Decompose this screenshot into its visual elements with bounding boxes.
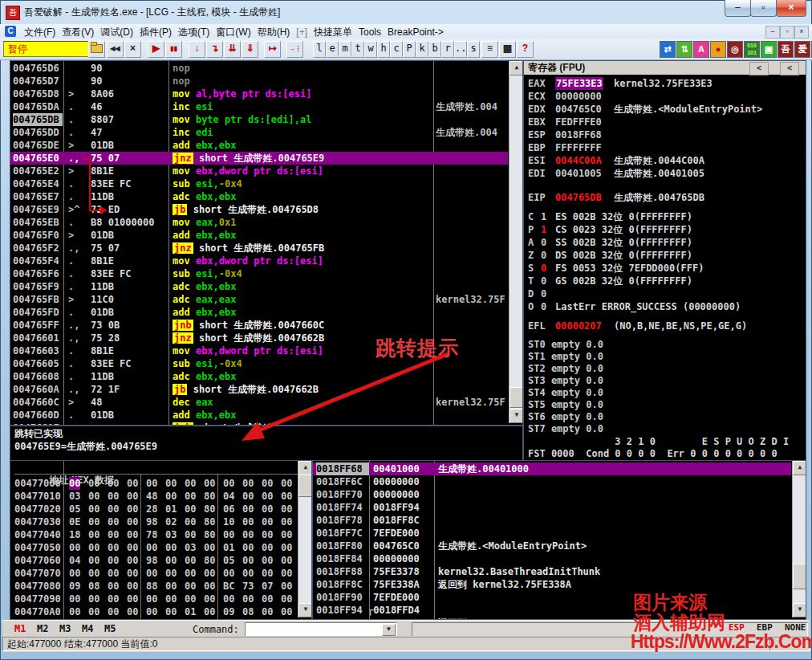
- updown-icon[interactable]: ⇅: [676, 41, 692, 58]
- registers-prev-button[interactable]: <: [749, 62, 769, 75]
- ascii-a-icon[interactable]: A: [693, 41, 709, 58]
- target-icon[interactable]: ◎: [727, 41, 743, 58]
- stack-pane[interactable]: 0018FF6800401000生成带姓.004010000018FF6C000…: [312, 460, 806, 620]
- record-icon[interactable]: ●: [710, 41, 726, 58]
- register-row-esi[interactable]: ESI0044C00A生成带姓.0044C00A: [524, 154, 789, 167]
- stack-row[interactable]: 0018FF6800401000生成带姓.00401000: [313, 462, 791, 475]
- stack-row[interactable]: 0018FF8400000000: [313, 552, 791, 565]
- open-file-icon[interactable]: [88, 41, 105, 58]
- dump-row[interactable]: 00477040180000007803008000000000: [10, 528, 298, 541]
- pause-icon[interactable]: ▮▮: [165, 41, 182, 58]
- stack-row[interactable]: 0018FF780018FF8C: [313, 514, 791, 527]
- flag-row-c[interactable]: C 1ES 002B 32位 0(FFFFFFFF): [524, 210, 789, 223]
- fpu-row-st3[interactable]: ST3 empty 0.0: [528, 374, 603, 387]
- dump-row[interactable]: 00477060040000009800008005000000: [10, 554, 298, 567]
- mdi-restore-button[interactable]: ▫: [780, 26, 794, 39]
- letter-button-k[interactable]: k: [416, 41, 428, 58]
- dump-row[interactable]: 004770800908000088000000BC730700: [10, 580, 298, 593]
- step-over-icon[interactable]: ↴: [206, 41, 223, 58]
- fpu-row-st2[interactable]: ST2 empty 0.0: [528, 362, 603, 375]
- dump-row[interactable]: 00477020050000002801008006000000: [10, 503, 298, 515]
- menu-item-breakpoint[interactable]: BreakPoint->: [384, 26, 447, 39]
- register-row-esp[interactable]: ESP0018FF68: [524, 128, 789, 141]
- restore-button[interactable]: ▫: [750, 0, 777, 17]
- register-row-ebx[interactable]: EBXFEDFFFE0: [524, 116, 789, 128]
- dump-row[interactable]: 00477070000000000000000000000000: [10, 567, 298, 580]
- dump-row[interactable]: 00477010030000004800008004000000: [10, 490, 298, 503]
- stack-row[interactable]: 0018FF8875FE3378kernel32.BaseThreadInitT…: [313, 565, 791, 578]
- fpu-row-st4[interactable]: ST4 empty 0.0: [528, 386, 603, 399]
- exec-till-return-icon[interactable]: ↦: [264, 41, 281, 58]
- trace-over-icon[interactable]: ⇓: [242, 41, 258, 58]
- windows-icon[interactable]: ▦: [499, 41, 516, 58]
- efl-row[interactable]: EFL00000207(NO,B,NE,BE,NS,PE,GE,G): [524, 320, 797, 332]
- register-row-eax[interactable]: EAX75FE33E3kernel32.75FE33E3: [524, 77, 789, 90]
- dump-row[interactable]: 004770A0000000000000010009080000: [10, 605, 298, 618]
- mdi-minimize-button[interactable]: –: [765, 26, 780, 39]
- command-dropdown-icon[interactable]: ▼: [382, 624, 396, 636]
- binary-icon[interactable]: 010 101: [744, 41, 760, 58]
- letter-button-b[interactable]: b: [428, 41, 441, 58]
- stack-scrollbar[interactable]: ▲ ▼: [792, 461, 806, 617]
- letter-button-r[interactable]: r: [441, 41, 454, 58]
- hex-dump-pane[interactable]: 地址HEX 数据 0047700000000000000000000000000…: [10, 460, 312, 620]
- fpu-row-st7[interactable]: ST7 empty 0.0: [528, 422, 603, 435]
- swap-icon[interactable]: ⇄: [660, 41, 676, 58]
- help-icon[interactable]: ?: [517, 41, 534, 58]
- animate-icon[interactable]: →⋮: [286, 41, 303, 58]
- ai-icon[interactable]: 爱: [794, 41, 810, 58]
- stack-row[interactable]: 0018FF80004765C0生成带姓.<ModuleEntryPoint>: [313, 540, 791, 552]
- memory-tab-m3[interactable]: M3: [59, 623, 71, 634]
- letter-button-dotdotdot[interactable]: ...: [454, 41, 467, 58]
- letter-button-l[interactable]: l: [313, 41, 326, 58]
- menu-item-tools[interactable]: Tools: [355, 26, 384, 39]
- letter-button-t[interactable]: t: [351, 41, 364, 58]
- memory-tab-m1[interactable]: M1: [14, 623, 26, 634]
- window-green-icon[interactable]: ▣: [761, 41, 777, 58]
- menu-item-[interactable]: [+]: [293, 26, 311, 39]
- step-into-icon[interactable]: ↓: [189, 41, 205, 58]
- stack-row[interactable]: 0018FF8C75FE338A返回到 kernel32.75FE338A: [313, 578, 791, 591]
- disasm-scrollbar[interactable]: ▲ ▼: [509, 61, 522, 423]
- fpu-row-st5[interactable]: ST5 empty 0.0: [528, 398, 603, 411]
- registers-pane[interactable]: 寄存器 (FPU) < < EAX75FE33E3kernel32.75FE33…: [523, 60, 806, 462]
- rewind-icon[interactable]: ◀◀: [107, 41, 124, 58]
- flag-row-o[interactable]: O 0LastErr ERROR_SUCCESS (00000000): [524, 300, 789, 313]
- letter-button-w[interactable]: w: [364, 41, 377, 58]
- memory-tab-m4[interactable]: M4: [82, 623, 93, 634]
- fpu-row-st0[interactable]: ST0 empty 0.0: [528, 338, 603, 351]
- stack-row[interactable]: 0018FF7000000000: [313, 488, 791, 501]
- wu-icon[interactable]: 吾: [777, 41, 794, 58]
- register-row-edx[interactable]: EDX004765C0生成带姓.<ModuleEntryPoint>: [524, 103, 789, 116]
- register-row-edi[interactable]: EDI00401005生成带姓.00401005: [524, 167, 789, 180]
- letter-button-s[interactable]: s: [467, 41, 480, 58]
- letter-button-h[interactable]: h: [377, 41, 390, 58]
- flag-row-d[interactable]: D 0: [524, 287, 789, 300]
- register-row-eip[interactable]: EIP004765DB生成带姓.004765DB: [524, 191, 789, 204]
- titlebar[interactable]: 吾 吾爱破解 - 生成带姓名.exe - [LCG - 主线程, 模块 - 生成…: [0, 0, 812, 24]
- letter-button-e[interactable]: e: [326, 41, 339, 58]
- memory-tab-m5[interactable]: M5: [104, 623, 116, 634]
- register-row-ebp[interactable]: EBPFFFFFFFF: [524, 141, 789, 154]
- command-input[interactable]: ▼: [245, 622, 397, 637]
- letter-button-m[interactable]: m: [339, 41, 351, 58]
- flag-row-z[interactable]: Z 0DS 002B 32位 0(FFFFFFFF): [524, 249, 789, 262]
- flag-row-p[interactable]: P 1CS 0023 32位 0(FFFFFFFF): [524, 223, 789, 236]
- register-row-ecx[interactable]: ECX00000000: [524, 90, 789, 103]
- dump-row[interactable]: 004770300E0000009802008010000000: [10, 515, 298, 528]
- trace-into-icon[interactable]: ⇊: [224, 41, 241, 58]
- stack-row[interactable]: 0018FF740018FF94: [313, 501, 791, 514]
- cpu-window-icon[interactable]: C: [5, 26, 16, 37]
- flag-row-t[interactable]: T 0GS 002B 32位 0(FFFFFFFF): [524, 275, 789, 287]
- fpu-row-st6[interactable]: ST6 empty 0.0: [528, 410, 603, 423]
- disassembly-pane[interactable]: 004765D690nop 004765D790nop 004765D8>8A0…: [10, 60, 523, 426]
- letter-button-P[interactable]: P: [403, 41, 416, 58]
- letter-button-c[interactable]: c: [390, 41, 403, 58]
- flag-row-s[interactable]: S 0FS 0053 32位 7EFDD000(FFF): [524, 262, 789, 275]
- memory-tab-m2[interactable]: M2: [37, 623, 48, 634]
- stack-row[interactable]: 0018FF907EFDE000: [313, 591, 791, 604]
- dump-row[interactable]: 00477050000000000000030001000000: [10, 541, 298, 554]
- close-x-icon[interactable]: ×: [124, 41, 141, 58]
- close-button[interactable]: ×: [776, 0, 806, 17]
- flag-row-a[interactable]: A 0SS 002B 32位 0(FFFFFFFF): [524, 236, 789, 249]
